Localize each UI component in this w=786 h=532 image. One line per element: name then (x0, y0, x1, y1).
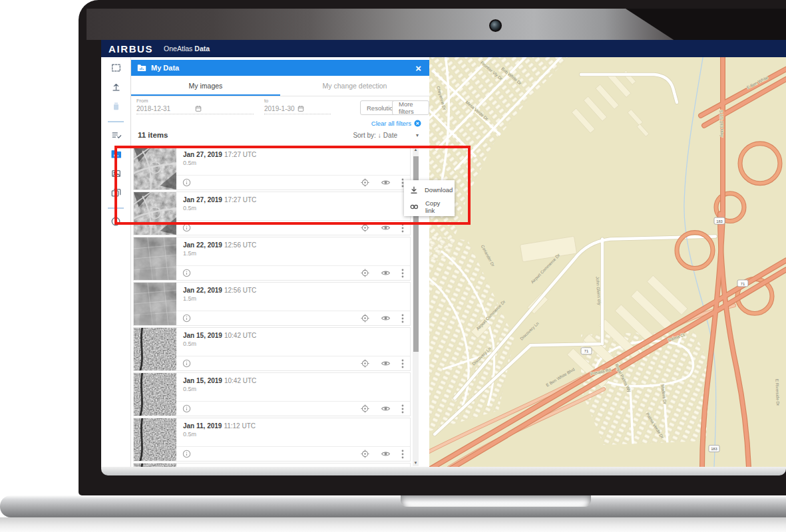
locate-on-map-icon[interactable] (360, 404, 370, 414)
image-item[interactable]: Jan 22, 201912:56 UTC 1.5m (133, 282, 411, 326)
svg-text:183: 183 (711, 447, 717, 451)
preview-eye-icon[interactable] (381, 404, 391, 414)
highway-shield: 71 (737, 280, 748, 287)
laptop-lid-notch (401, 495, 591, 507)
sidebar (101, 57, 131, 467)
filter-row: From 2018-12-31 to 2019-1-30 R (131, 96, 429, 119)
date-from-value: 2018-12-31 (136, 105, 195, 112)
screen-bottom-edge (101, 467, 786, 475)
preview-eye-icon[interactable] (381, 358, 391, 368)
info-icon[interactable] (182, 404, 191, 413)
image-thumbnail (134, 328, 176, 370)
more-options-icon[interactable] (401, 450, 404, 459)
airbus-logo: AIRBUS (108, 43, 153, 55)
item-resolution: 1.5m (183, 295, 403, 302)
locate-on-map-icon[interactable] (360, 449, 370, 459)
image-item[interactable]: Jan 11, 201911:12 UTC 0.5m (133, 418, 411, 462)
sidebar-item-upload[interactable] (108, 81, 123, 95)
laptop-base (0, 495, 786, 517)
calendar-icon[interactable] (297, 105, 331, 112)
locate-on-map-icon[interactable] (360, 313, 370, 323)
image-thumbnail (134, 283, 176, 325)
calendar-icon[interactable] (195, 105, 254, 112)
item-actions (176, 311, 410, 325)
panel-header: My Data × (131, 60, 429, 76)
item-date: Jan 22, 201912:56 UTC (183, 241, 403, 249)
tab-my-change-detection[interactable]: My change detection (280, 76, 429, 96)
sidebar-item-aoi-draw[interactable] (108, 62, 123, 76)
more-options-icon[interactable] (401, 404, 404, 414)
sidebar-item-delete[interactable] (108, 100, 123, 114)
locate-on-map-icon[interactable] (360, 268, 370, 278)
item-date: Jan 15, 201910:42 UTC (183, 377, 403, 384)
item-actions (176, 446, 410, 461)
clear-filters-row: Clear all filters (131, 119, 429, 127)
street-label: E Riverside Dr (775, 379, 780, 406)
date-to-label: to (264, 98, 331, 104)
sort-control[interactable]: Sort by: ↓ Date (353, 132, 397, 139)
clear-filters-icon[interactable] (414, 120, 421, 127)
list-header: 11 items Sort by: ↓ Date ▾ (131, 127, 429, 143)
preview-eye-icon[interactable] (381, 313, 391, 323)
panel-tabs: My images My change detection (131, 76, 429, 96)
delete-icon (111, 101, 121, 114)
svg-text:71: 71 (584, 349, 588, 353)
items-count: 11 items (138, 131, 168, 139)
svg-text:183: 183 (716, 219, 723, 223)
product-name-regular: OneAtlas (164, 45, 192, 53)
image-thumbnail (134, 373, 176, 416)
item-actions (176, 401, 410, 416)
preview-eye-icon[interactable] (381, 268, 391, 278)
panel-title: My Data (151, 64, 179, 72)
map-canvas[interactable]: 1837171183 Bob White DrMesa Verde DrChey… (429, 57, 786, 467)
image-thumbnail (134, 418, 176, 461)
more-filters-button-label: More filters (399, 100, 423, 115)
close-icon[interactable]: × (415, 63, 421, 73)
folder-icon (137, 64, 146, 72)
orders-icon (110, 130, 122, 143)
highway-shield: 71 (581, 348, 592, 354)
info-icon[interactable] (182, 359, 191, 368)
highlight-annotation (114, 146, 471, 225)
image-item[interactable]: Jan 15, 201910:42 UTC 0.5m (133, 327, 411, 371)
info-icon[interactable] (182, 314, 191, 323)
date-to-value: 2019-1-30 (264, 105, 297, 112)
more-options-icon[interactable] (401, 359, 404, 368)
sort-label: Sort by: (353, 132, 375, 139)
image-thumbnail (134, 237, 176, 280)
sidebar-divider (108, 121, 124, 122)
image-item[interactable]: Jan 15, 201910:42 UTC 0.5m (133, 372, 411, 416)
sidebar-item-orders[interactable] (108, 129, 123, 143)
more-options-icon[interactable] (401, 314, 404, 323)
item-date: Jan 15, 201910:42 UTC (183, 332, 403, 339)
sort-caret-icon[interactable]: ▾ (416, 132, 419, 138)
info-icon[interactable] (182, 450, 191, 458)
product-name-bold: Data (194, 45, 210, 53)
item-date: Jan 11, 201911:12 UTC (183, 422, 403, 430)
locate-on-map-icon[interactable] (360, 358, 370, 368)
preview-eye-icon[interactable] (381, 449, 391, 459)
map[interactable]: 1837171183 Bob White DrMesa Verde DrChey… (429, 57, 786, 467)
tab-my-change-detection-label: My change detection (323, 82, 387, 90)
clear-all-filters-link[interactable]: Clear all filters (371, 120, 411, 127)
product-name: OneAtlasData (164, 45, 210, 53)
item-date: Jan 22, 201912:56 UTC (183, 287, 403, 294)
laptop-screen: AIRBUS OneAtlasData (101, 40, 786, 467)
scroll-down-icon[interactable]: ▼ (413, 460, 419, 466)
date-to-field[interactable]: to 2019-1-30 (264, 98, 331, 114)
upload-icon (110, 82, 122, 95)
image-item[interactable]: Jan 22, 201912:56 UTC 1.5m (133, 237, 411, 281)
aoi-draw-icon (110, 63, 122, 76)
info-icon[interactable] (182, 269, 191, 277)
date-from-field[interactable]: From 2018-12-31 (136, 98, 254, 114)
tab-my-images[interactable]: My images (131, 76, 280, 96)
webcam (489, 19, 502, 32)
laptop-shadow (0, 517, 786, 532)
item-resolution: 0.5m (183, 386, 403, 392)
sort-direction-arrow-icon: ↓ (378, 132, 381, 139)
item-resolution: 1.5m (183, 250, 403, 257)
app-header: AIRBUS OneAtlasData (101, 40, 786, 57)
more-options-icon[interactable] (401, 269, 404, 278)
more-filters-button[interactable]: More filters (392, 100, 429, 115)
highway-shield: 183 (714, 217, 725, 224)
